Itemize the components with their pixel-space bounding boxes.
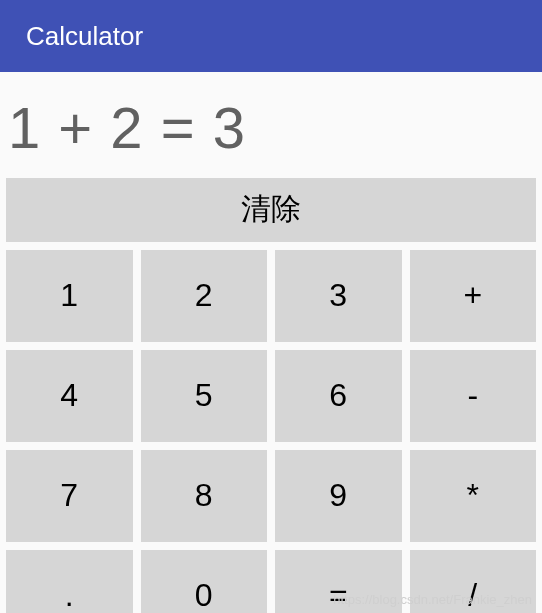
key-label: 8 [195, 477, 213, 514]
key-3[interactable]: 3 [275, 250, 402, 342]
key-decimal[interactable]: . [6, 550, 133, 613]
key-label: 5 [195, 377, 213, 414]
key-label: 0 [195, 577, 213, 613]
key-plus[interactable]: + [410, 250, 537, 342]
app-title: Calculator [26, 21, 143, 52]
key-7[interactable]: 7 [6, 450, 133, 542]
key-minus[interactable]: - [410, 350, 537, 442]
key-9[interactable]: 9 [275, 450, 402, 542]
key-label: 1 [60, 277, 78, 314]
app-bar: Calculator [0, 0, 542, 72]
key-equals[interactable]: = [275, 550, 402, 613]
keypad: 1 2 3 + 4 5 6 - 7 8 9 * . 0 = / [0, 250, 542, 613]
key-4[interactable]: 4 [6, 350, 133, 442]
key-1[interactable]: 1 [6, 250, 133, 342]
key-0[interactable]: 0 [141, 550, 268, 613]
key-divide[interactable]: / [410, 550, 537, 613]
calculator-display: 1 + 2 = 3 [0, 72, 542, 178]
key-label: 2 [195, 277, 213, 314]
key-label: * [467, 477, 479, 514]
key-label: 3 [329, 277, 347, 314]
key-label: = [329, 577, 348, 613]
key-label: 4 [60, 377, 78, 414]
key-multiply[interactable]: * [410, 450, 537, 542]
key-2[interactable]: 2 [141, 250, 268, 342]
key-label: 6 [329, 377, 347, 414]
key-8[interactable]: 8 [141, 450, 268, 542]
display-expression: 1 + 2 = 3 [8, 95, 246, 160]
key-label: - [467, 377, 478, 414]
key-label: + [463, 277, 482, 314]
key-5[interactable]: 5 [141, 350, 268, 442]
key-label: 9 [329, 477, 347, 514]
clear-label: 清除 [241, 189, 301, 230]
clear-button[interactable]: 清除 [6, 178, 536, 242]
key-6[interactable]: 6 [275, 350, 402, 442]
key-label: / [468, 577, 477, 613]
key-label: . [65, 577, 74, 613]
key-label: 7 [60, 477, 78, 514]
